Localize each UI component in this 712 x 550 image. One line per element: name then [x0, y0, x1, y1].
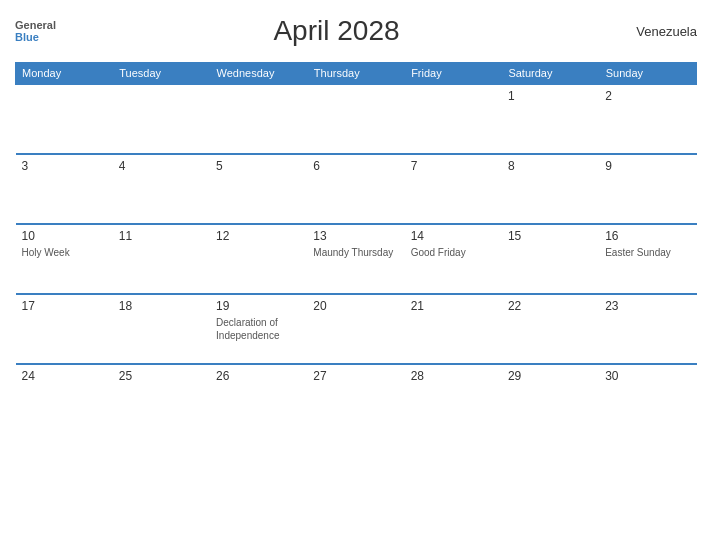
calendar-cell: 5	[210, 154, 307, 224]
day-number: 20	[313, 299, 398, 313]
calendar-cell: 11	[113, 224, 210, 294]
day-number: 25	[119, 369, 204, 383]
day-number: 10	[22, 229, 107, 243]
day-number: 15	[508, 229, 593, 243]
calendar-cell: 13Maundy Thursday	[307, 224, 404, 294]
weekday-header-saturday: Saturday	[502, 63, 599, 85]
day-number: 30	[605, 369, 690, 383]
calendar-cell: 28	[405, 364, 502, 434]
calendar-cell: 14Good Friday	[405, 224, 502, 294]
day-number: 7	[411, 159, 496, 173]
logo-blue: Blue	[15, 31, 56, 43]
day-number: 8	[508, 159, 593, 173]
calendar-cell: 7	[405, 154, 502, 224]
day-number: 12	[216, 229, 301, 243]
week-row-1: 12	[16, 84, 697, 154]
calendar-header: General Blue April 2028 Venezuela	[15, 10, 697, 52]
day-number: 11	[119, 229, 204, 243]
week-row-3: 10Holy Week111213Maundy Thursday14Good F…	[16, 224, 697, 294]
day-number: 27	[313, 369, 398, 383]
weekday-header-thursday: Thursday	[307, 63, 404, 85]
calendar-cell: 19Declaration of Independence	[210, 294, 307, 364]
day-number: 16	[605, 229, 690, 243]
calendar-cell: 8	[502, 154, 599, 224]
event-text: Holy Week	[22, 246, 107, 259]
calendar-cell	[405, 84, 502, 154]
day-number: 9	[605, 159, 690, 173]
logo: General Blue	[15, 19, 56, 43]
calendar-cell: 20	[307, 294, 404, 364]
weekday-header-monday: Monday	[16, 63, 113, 85]
calendar-cell	[307, 84, 404, 154]
calendar-cell: 29	[502, 364, 599, 434]
country-name: Venezuela	[617, 24, 697, 39]
day-number: 19	[216, 299, 301, 313]
day-number: 13	[313, 229, 398, 243]
week-row-5: 24252627282930	[16, 364, 697, 434]
day-number: 3	[22, 159, 107, 173]
weekday-header-row: MondayTuesdayWednesdayThursdayFridaySatu…	[16, 63, 697, 85]
calendar-page: General Blue April 2028 Venezuela Monday…	[0, 0, 712, 550]
day-number: 21	[411, 299, 496, 313]
weekday-header-sunday: Sunday	[599, 63, 696, 85]
week-row-4: 171819Declaration of Independence2021222…	[16, 294, 697, 364]
calendar-cell	[113, 84, 210, 154]
week-row-2: 3456789	[16, 154, 697, 224]
day-number: 5	[216, 159, 301, 173]
calendar-cell	[210, 84, 307, 154]
calendar-cell: 15	[502, 224, 599, 294]
calendar-cell: 24	[16, 364, 113, 434]
day-number: 17	[22, 299, 107, 313]
weekday-header-wednesday: Wednesday	[210, 63, 307, 85]
calendar-cell: 9	[599, 154, 696, 224]
day-number: 2	[605, 89, 690, 103]
weekday-header-friday: Friday	[405, 63, 502, 85]
calendar-cell: 10Holy Week	[16, 224, 113, 294]
calendar-cell: 1	[502, 84, 599, 154]
day-number: 22	[508, 299, 593, 313]
calendar-cell: 21	[405, 294, 502, 364]
day-number: 4	[119, 159, 204, 173]
event-text: Good Friday	[411, 246, 496, 259]
day-number: 29	[508, 369, 593, 383]
calendar-cell: 6	[307, 154, 404, 224]
day-number: 1	[508, 89, 593, 103]
calendar-cell: 3	[16, 154, 113, 224]
day-number: 23	[605, 299, 690, 313]
day-number: 26	[216, 369, 301, 383]
calendar-cell: 22	[502, 294, 599, 364]
event-text: Easter Sunday	[605, 246, 690, 259]
calendar-cell: 2	[599, 84, 696, 154]
day-number: 14	[411, 229, 496, 243]
calendar-cell: 26	[210, 364, 307, 434]
day-number: 6	[313, 159, 398, 173]
day-number: 18	[119, 299, 204, 313]
calendar-table: MondayTuesdayWednesdayThursdayFridaySatu…	[15, 62, 697, 434]
calendar-cell: 23	[599, 294, 696, 364]
weekday-header-tuesday: Tuesday	[113, 63, 210, 85]
calendar-cell: 18	[113, 294, 210, 364]
calendar-cell: 25	[113, 364, 210, 434]
calendar-cell: 27	[307, 364, 404, 434]
day-number: 24	[22, 369, 107, 383]
calendar-cell	[16, 84, 113, 154]
calendar-cell: 30	[599, 364, 696, 434]
calendar-cell: 17	[16, 294, 113, 364]
day-number: 28	[411, 369, 496, 383]
event-text: Maundy Thursday	[313, 246, 398, 259]
calendar-cell: 4	[113, 154, 210, 224]
calendar-cell: 12	[210, 224, 307, 294]
calendar-cell: 16Easter Sunday	[599, 224, 696, 294]
logo-general: General	[15, 19, 56, 31]
event-text: Declaration of Independence	[216, 316, 301, 342]
calendar-title: April 2028	[56, 15, 617, 47]
